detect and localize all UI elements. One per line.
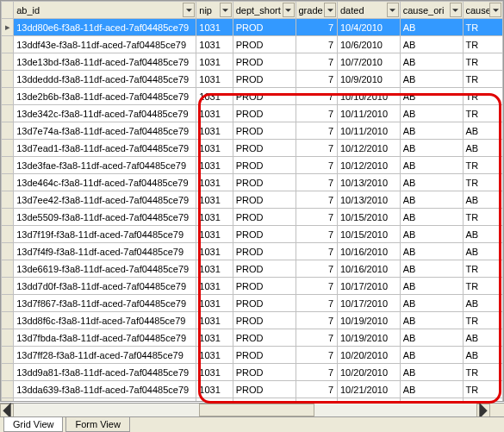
table-row[interactable]: 13de13bd-f3a8-11df-aced-7af04485ce791031… [2,53,503,71]
cell-nip[interactable]: 1031 [196,347,233,364]
scroll-left-button[interactable] [0,404,14,417]
filter-dropdown-button[interactable] [324,3,336,17]
cell-cause[interactable]: AB [463,295,503,312]
cell-ab_id[interactable]: 13de5509-f3a8-11df-aced-7af04485ce79 [14,209,196,226]
cell-cause[interactable]: TR [463,364,503,381]
cell-dated[interactable]: 10/21/2010 [338,398,401,403]
cell-cause[interactable]: TR [463,278,503,295]
cell-dated[interactable]: 10/21/2010 [338,381,401,398]
cell-nip[interactable]: 1031 [196,226,233,243]
filter-dropdown-button[interactable] [489,3,501,17]
cell-dated[interactable]: 10/13/2010 [338,174,401,191]
cell-nip[interactable]: 1031 [196,243,233,260]
cell-dated[interactable]: 10/16/2010 [338,260,401,278]
cell-dept_short[interactable]: PROD [233,53,296,71]
cell-grade[interactable]: 7 [296,36,338,53]
cell-dated[interactable]: 10/20/2010 [338,347,401,364]
cell-dated[interactable]: 10/12/2010 [338,157,401,174]
table-row[interactable]: 13dda639-f3a8-11df-aced-7af04485ce791031… [2,381,503,398]
cell-ab_id[interactable]: 13dd7d0f-f3a8-11df-aced-7af04485ce79 [14,278,196,295]
cell-ab_id[interactable]: 13d7ee42-f3a8-11df-aced-7af04485ce79 [14,191,196,209]
cell-dated[interactable]: 10/15/2010 [338,209,401,226]
column-header-cause_ori[interactable]: cause_ori [400,2,463,19]
cell-nip[interactable]: 1031 [196,36,233,53]
cell-dated[interactable]: 10/13/2010 [338,191,401,209]
cell-ab_id[interactable]: 13d8026c-f3a8-11df-aced-7af04485ce79 [14,398,196,403]
data-grid[interactable]: ab_idnipdept_shortgradedatedcause_oricau… [0,0,504,402]
cell-cause_ori[interactable]: AB [400,260,463,278]
cell-dated[interactable]: 10/10/2010 [338,88,401,105]
cell-cause_ori[interactable]: AB [400,71,463,88]
column-header-grade[interactable]: grade [296,2,338,19]
cell-grade[interactable]: 7 [296,243,338,260]
cell-cause[interactable]: AB [463,140,503,157]
table-row[interactable]: 13de6619-f3a8-11df-aced-7af04485ce791031… [2,260,503,278]
cell-cause[interactable]: TR [463,88,503,105]
cell-dept_short[interactable]: PROD [233,295,296,312]
cell-dated[interactable]: 10/4/2010 [338,19,401,36]
table-row[interactable]: 13dd9a81-f3a8-11df-aced-7af04485ce791031… [2,364,503,381]
row-indicator[interactable] [2,347,14,364]
cell-ab_id[interactable]: 13de13bd-f3a8-11df-aced-7af04485ce79 [14,53,196,71]
cell-ab_id[interactable]: 13de6619-f3a8-11df-aced-7af04485ce79 [14,260,196,278]
cell-grade[interactable]: 7 [296,19,338,36]
cell-cause[interactable]: TR [463,209,503,226]
cell-cause_ori[interactable]: AB [400,295,463,312]
cell-dept_short[interactable]: PROD [233,157,296,174]
row-indicator[interactable] [2,53,14,71]
cell-dated[interactable]: 10/11/2010 [338,122,401,140]
cell-dept_short[interactable]: PROD [233,347,296,364]
cell-nip[interactable]: 1031 [196,381,233,398]
cell-cause_ori[interactable]: AB [400,278,463,295]
cell-nip[interactable]: 1031 [196,174,233,191]
cell-cause_ori[interactable]: AB [400,174,463,191]
cell-dept_short[interactable]: PROD [233,174,296,191]
cell-cause_ori[interactable]: AB [400,209,463,226]
cell-nip[interactable]: 1031 [196,105,233,122]
cell-grade[interactable]: 7 [296,88,338,105]
row-indicator[interactable] [2,364,14,381]
filter-dropdown-button[interactable] [183,3,195,17]
cell-cause[interactable]: AB [463,398,503,403]
cell-ab_id[interactable]: 13dda639-f3a8-11df-aced-7af04485ce79 [14,381,196,398]
cell-dated[interactable]: 10/15/2010 [338,226,401,243]
cell-grade[interactable]: 7 [296,174,338,191]
cell-grade[interactable]: 7 [296,105,338,122]
cell-dated[interactable]: 10/6/2010 [338,36,401,53]
cell-cause[interactable]: TR [463,36,503,53]
cell-dept_short[interactable]: PROD [233,312,296,329]
row-indicator[interactable] [2,329,14,347]
cell-ab_id[interactable]: 13ddf43e-f3a8-11df-aced-7af04485ce79 [14,36,196,53]
cell-nip[interactable]: 1031 [196,19,233,36]
cell-cause[interactable]: TR [463,174,503,191]
row-indicator[interactable]: ▸ [2,19,14,36]
table-row[interactable]: 13dd7d0f-f3a8-11df-aced-7af04485ce791031… [2,278,503,295]
cell-grade[interactable]: 7 [296,191,338,209]
cell-cause_ori[interactable]: AB [400,191,463,209]
cell-nip[interactable]: 1031 [196,71,233,88]
cell-cause[interactable]: TR [463,157,503,174]
table-row[interactable]: ▸13dd80e6-f3a8-11df-aced-7af04485ce79103… [2,19,503,36]
cell-cause[interactable]: AB [463,226,503,243]
scroll-track[interactable] [14,404,476,416]
cell-nip[interactable]: 1031 [196,398,233,403]
table-row[interactable]: 13d7ff28-f3a8-11df-aced-7af04485ce791031… [2,347,503,364]
cell-dept_short[interactable]: PROD [233,226,296,243]
row-indicator[interactable] [2,88,14,105]
column-header-nip[interactable]: nip [196,2,233,19]
cell-dated[interactable]: 10/17/2010 [338,295,401,312]
cell-grade[interactable]: 7 [296,226,338,243]
cell-cause_ori[interactable]: AB [400,347,463,364]
cell-dated[interactable]: 10/7/2010 [338,53,401,71]
cell-cause_ori[interactable]: AB [400,398,463,403]
row-indicator[interactable] [2,209,14,226]
cell-grade[interactable]: 7 [296,260,338,278]
cell-dept_short[interactable]: PROD [233,105,296,122]
cell-nip[interactable]: 1031 [196,88,233,105]
cell-grade[interactable]: 7 [296,398,338,403]
cell-dept_short[interactable]: PROD [233,122,296,140]
cell-dated[interactable]: 10/19/2010 [338,312,401,329]
cell-cause_ori[interactable]: AB [400,88,463,105]
column-header-dated[interactable]: dated [338,2,401,19]
table-row[interactable]: 13d7f4f9-f3a8-11df-aced-7af04485ce791031… [2,243,503,260]
